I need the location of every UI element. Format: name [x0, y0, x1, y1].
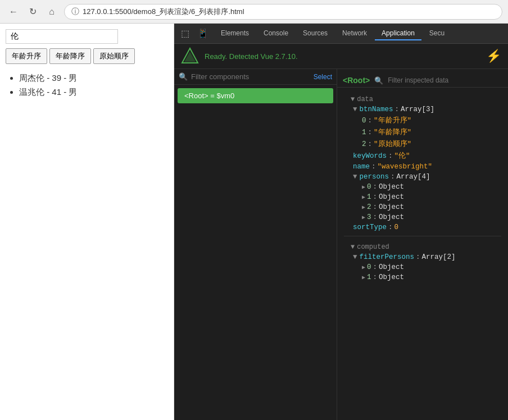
persons-3-value: Object [379, 213, 404, 221]
persons-key: persons [360, 173, 389, 181]
persons-1-value: Object [379, 193, 404, 201]
btnames-0-key: 0 [362, 117, 366, 125]
computed-label: computed [357, 243, 389, 251]
search-input[interactable] [6, 29, 118, 44]
persons-2-key: 2 [367, 203, 371, 211]
filterpersons-0-key: 0 [367, 263, 371, 271]
sorttype-row: sortType : 0 [344, 222, 501, 232]
persons-1-key: 1 [367, 193, 371, 201]
info-icon: ⓘ [71, 7, 79, 17]
tab-application[interactable]: Application [375, 27, 421, 40]
data-inspector: <Root> 🔍 ▼ data ▼ btnNames [337, 69, 508, 420]
persons-value: Array[4] [397, 173, 430, 181]
tab-network[interactable]: Network [335, 27, 374, 40]
browser-chrome: ← ↻ ⌂ ⓘ 127.0.0.1:5500/demo8_列表渲染/6_列表排序… [0, 0, 508, 24]
main-layout: 年龄升序 年龄降序 原始顺序 周杰伦 - 39 - 男 温兆伦 - 41 - 男… [0, 24, 508, 420]
computed-section-label: ▼ computed [344, 240, 501, 252]
btnames-1-value: "年龄降序" [374, 127, 411, 137]
btnames-0-row: 0 : "年龄升序" [344, 115, 501, 126]
name-row: name : "wavesbright" [344, 162, 501, 172]
filterpersons-value: Array[2] [422, 253, 456, 261]
vue-devtools: Ready. Detected Vue 2.7.10. ⚡ 🔍 Select <… [174, 44, 508, 420]
persons-1-expand[interactable]: ▶ [362, 194, 365, 200]
sort-age-asc-button[interactable]: 年龄升序 [6, 48, 47, 64]
btnames-2-row: 2 : "原始顺序" [344, 138, 501, 150]
search-icon: 🔍 [179, 72, 188, 81]
filter-data-input[interactable] [388, 76, 502, 84]
data-section: ▼ data ▼ btnNames : Array[3] 0 : [337, 88, 508, 287]
vue-status-text: Ready. Detected Vue 2.7.10. [205, 52, 298, 61]
filterpersons-0-expand[interactable]: ▶ [362, 264, 365, 271]
persons-2-row: ▶ 2 : Object [344, 202, 501, 212]
filterpersons-0-value: Object [379, 263, 404, 271]
list-item: 周杰伦 - 39 - 男 [19, 73, 168, 84]
keywords-row: keyWords : "伦" [344, 150, 501, 162]
data-label: data [357, 95, 373, 103]
persons-2-value: Object [379, 203, 404, 211]
filterpersons-0-row: ▶ 0 : Object [344, 262, 501, 272]
data-section-label: ▼ data [344, 92, 501, 104]
inspect-element-button[interactable]: ⬚ [179, 26, 192, 41]
data-section-arrow[interactable]: ▼ [351, 95, 355, 103]
name-value: "wavesbright" [378, 163, 433, 171]
btnames-0-value: "年龄升序" [374, 116, 411, 125]
persons-0-key: 0 [367, 183, 371, 191]
search-icon-inspector: 🔍 [374, 76, 383, 85]
vue-logo [181, 47, 199, 65]
persons-1-row: ▶ 1 : Object [344, 192, 501, 202]
computed-section-arrow[interactable]: ▼ [351, 243, 355, 251]
address-bar[interactable]: ⓘ 127.0.0.1:5500/demo8_列表渲染/6_列表排序.html [64, 4, 502, 20]
devtools-panel: ⬚ 📱 Elements Console Sources Network App… [174, 24, 508, 420]
component-search-input[interactable] [191, 72, 310, 81]
persons-3-expand[interactable]: ▶ [362, 214, 365, 221]
persons-0-expand[interactable]: ▶ [362, 184, 365, 190]
sort-age-desc-button[interactable]: 年龄降序 [49, 48, 91, 64]
home-button[interactable]: ⌂ [44, 4, 60, 20]
persons-3-key: 3 [367, 213, 371, 221]
name-key: name [353, 163, 370, 171]
select-button[interactable]: Select [314, 73, 332, 81]
btnames-2-value: "原始顺序" [374, 139, 411, 149]
filterpersons-1-row: ▶ 1 : Object [344, 272, 501, 282]
btnames-2-key: 2 [362, 140, 366, 148]
back-button[interactable]: ← [6, 4, 21, 20]
tab-sources[interactable]: Sources [296, 27, 334, 40]
tab-elements[interactable]: Elements [214, 27, 256, 40]
root-component-item[interactable]: <Root> = $vm0 [178, 88, 333, 103]
sort-original-button[interactable]: 原始顺序 [93, 48, 135, 64]
vue-content: 🔍 Select <Root> = $vm0 <Root> 🔍 [174, 69, 508, 420]
component-tree: 🔍 Select <Root> = $vm0 [174, 69, 337, 420]
devtools-tabs: ⬚ 📱 Elements Console Sources Network App… [174, 24, 508, 44]
app-panel: 年龄升序 年龄降序 原始顺序 周杰伦 - 39 - 男 温兆伦 - 41 - 男 [0, 24, 174, 420]
keywords-value: "伦" [394, 151, 410, 161]
root-tag: <Root> [343, 76, 370, 85]
btnames-1-key: 1 [362, 129, 366, 136]
filterpersons-1-expand[interactable]: ▶ [362, 274, 365, 281]
vue-header: Ready. Detected Vue 2.7.10. ⚡ [174, 44, 508, 69]
filterpersons-row: ▼ filterPersons : Array[2] [344, 252, 501, 262]
btnames-1-row: 1 : "年龄降序" [344, 126, 501, 138]
filterpersons-key: filterPersons [360, 253, 415, 261]
persons-expand[interactable]: ▼ [353, 173, 357, 181]
filterpersons-expand[interactable]: ▼ [353, 253, 357, 261]
persons-0-row: ▶ 0 : Object [344, 182, 501, 192]
inspector-header: <Root> 🔍 [337, 74, 508, 88]
person-list: 周杰伦 - 39 - 男 温兆伦 - 41 - 男 [6, 73, 168, 98]
url-text: 127.0.0.1:5500/demo8_列表渲染/6_列表排序.html [83, 7, 244, 17]
sorttype-value: 0 [394, 223, 399, 231]
persons-2-expand[interactable]: ▶ [362, 204, 365, 211]
btnames-expand[interactable]: ▼ [353, 106, 357, 113]
section-divider [344, 236, 501, 236]
device-toolbar-button[interactable]: 📱 [195, 26, 211, 41]
tab-console[interactable]: Console [257, 27, 295, 40]
btnames-key: btnNames [360, 106, 393, 113]
tab-security[interactable]: Secu [423, 27, 451, 40]
btn-group: 年龄升序 年龄降序 原始顺序 [6, 48, 168, 64]
tree-search-bar: 🔍 Select [174, 69, 337, 85]
vue-run-icon: ⚡ [486, 49, 501, 63]
persons-3-row: ▶ 3 : Object [344, 212, 501, 222]
persons-0-value: Object [379, 183, 404, 191]
btnames-value: Array[3] [401, 106, 434, 113]
refresh-button[interactable]: ↻ [25, 4, 40, 20]
sorttype-key: sortType [353, 223, 387, 231]
